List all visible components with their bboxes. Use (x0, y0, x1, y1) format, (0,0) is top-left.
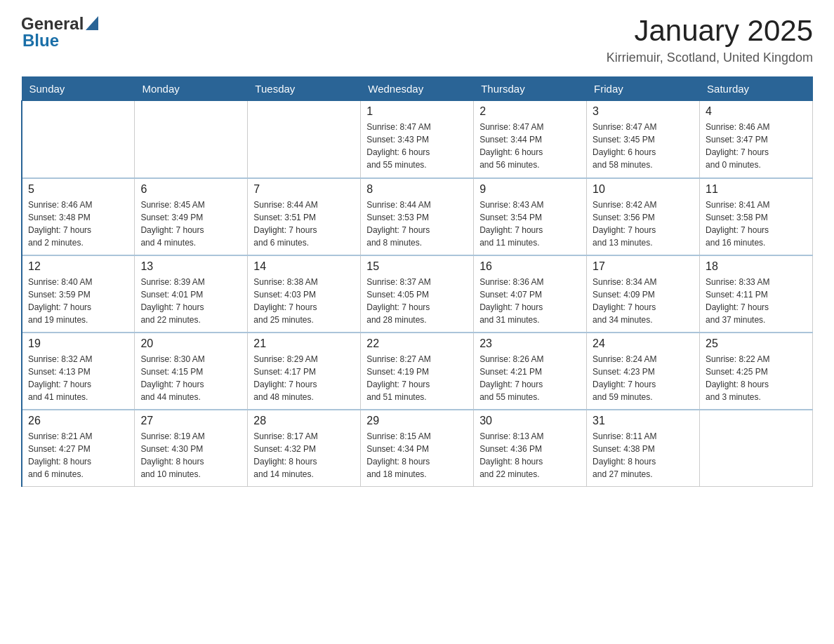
col-header-monday: Monday (135, 77, 248, 101)
day-cell: 22Sunrise: 8:27 AM Sunset: 4:19 PM Dayli… (361, 333, 474, 410)
calendar-table: SundayMondayTuesdayWednesdayThursdayFrid… (21, 76, 813, 487)
week-row-2: 5Sunrise: 8:46 AM Sunset: 3:48 PM Daylig… (22, 178, 813, 255)
day-number: 3 (593, 105, 694, 118)
calendar-title: January 2025 (607, 14, 813, 48)
day-number: 27 (140, 415, 241, 427)
day-number: 1 (366, 105, 468, 118)
day-cell: 14Sunrise: 8:38 AM Sunset: 4:03 PM Dayli… (248, 255, 361, 333)
day-cell: 20Sunrise: 8:30 AM Sunset: 4:15 PM Dayli… (135, 333, 248, 410)
day-cell: 25Sunrise: 8:22 AM Sunset: 4:25 PM Dayli… (700, 333, 813, 410)
day-number: 28 (253, 415, 355, 427)
day-info: Sunrise: 8:27 AM Sunset: 4:19 PM Dayligh… (366, 353, 468, 403)
day-number: 7 (253, 183, 355, 196)
day-number: 18 (706, 260, 807, 273)
day-info: Sunrise: 8:47 AM Sunset: 3:44 PM Dayligh… (479, 121, 581, 171)
day-info: Sunrise: 8:40 AM Sunset: 3:59 PM Dayligh… (28, 276, 128, 326)
day-number: 26 (28, 415, 128, 427)
day-cell: 10Sunrise: 8:42 AM Sunset: 3:56 PM Dayli… (587, 178, 700, 255)
day-info: Sunrise: 8:46 AM Sunset: 3:47 PM Dayligh… (706, 121, 807, 171)
day-info: Sunrise: 8:15 AM Sunset: 4:34 PM Dayligh… (366, 430, 468, 481)
day-cell: 23Sunrise: 8:26 AM Sunset: 4:21 PM Dayli… (474, 333, 587, 410)
day-cell: 4Sunrise: 8:46 AM Sunset: 3:47 PM Daylig… (700, 101, 813, 178)
day-number: 19 (28, 337, 128, 350)
col-header-thursday: Thursday (474, 77, 587, 101)
day-number: 21 (253, 337, 355, 350)
day-number: 9 (479, 183, 581, 196)
day-cell: 2Sunrise: 8:47 AM Sunset: 3:44 PM Daylig… (474, 101, 587, 178)
day-cell: 28Sunrise: 8:17 AM Sunset: 4:32 PM Dayli… (248, 410, 361, 487)
day-cell: 31Sunrise: 8:11 AM Sunset: 4:38 PM Dayli… (587, 410, 700, 487)
day-info: Sunrise: 8:46 AM Sunset: 3:48 PM Dayligh… (28, 199, 128, 249)
day-cell: 8Sunrise: 8:44 AM Sunset: 3:53 PM Daylig… (361, 178, 474, 255)
header-row: SundayMondayTuesdayWednesdayThursdayFrid… (22, 77, 813, 101)
day-number: 31 (593, 415, 694, 427)
day-info: Sunrise: 8:32 AM Sunset: 4:13 PM Dayligh… (28, 353, 128, 403)
day-number: 12 (28, 260, 128, 273)
day-cell: 3Sunrise: 8:47 AM Sunset: 3:45 PM Daylig… (587, 101, 700, 178)
day-info: Sunrise: 8:29 AM Sunset: 4:17 PM Dayligh… (253, 353, 355, 403)
week-row-4: 19Sunrise: 8:32 AM Sunset: 4:13 PM Dayli… (22, 333, 813, 410)
day-info: Sunrise: 8:44 AM Sunset: 3:53 PM Dayligh… (366, 199, 468, 249)
title-area: January 2025 Kirriemuir, Scotland, Unite… (607, 14, 813, 65)
day-cell: 1Sunrise: 8:47 AM Sunset: 3:43 PM Daylig… (361, 101, 474, 178)
week-row-3: 12Sunrise: 8:40 AM Sunset: 3:59 PM Dayli… (22, 255, 813, 333)
day-cell: 5Sunrise: 8:46 AM Sunset: 3:48 PM Daylig… (22, 178, 135, 255)
day-number: 25 (706, 337, 807, 350)
day-number: 8 (366, 183, 468, 196)
day-info: Sunrise: 8:45 AM Sunset: 3:49 PM Dayligh… (140, 199, 241, 249)
day-number: 20 (140, 337, 241, 350)
day-info: Sunrise: 8:17 AM Sunset: 4:32 PM Dayligh… (253, 430, 355, 481)
day-info: Sunrise: 8:11 AM Sunset: 4:38 PM Dayligh… (593, 430, 694, 481)
day-cell: 9Sunrise: 8:43 AM Sunset: 3:54 PM Daylig… (474, 178, 587, 255)
day-cell: 30Sunrise: 8:13 AM Sunset: 4:36 PM Dayli… (474, 410, 587, 487)
day-cell: 6Sunrise: 8:45 AM Sunset: 3:49 PM Daylig… (135, 178, 248, 255)
day-number: 30 (479, 415, 581, 427)
day-info: Sunrise: 8:42 AM Sunset: 3:56 PM Dayligh… (593, 199, 694, 249)
day-info: Sunrise: 8:21 AM Sunset: 4:27 PM Dayligh… (28, 430, 128, 481)
logo-blue-text: Blue (22, 31, 59, 51)
day-number: 13 (140, 260, 241, 273)
day-info: Sunrise: 8:37 AM Sunset: 4:05 PM Dayligh… (366, 276, 468, 326)
day-number: 10 (593, 183, 694, 196)
header: General Blue January 2025 Kirriemuir, Sc… (21, 14, 813, 65)
day-number: 22 (366, 337, 468, 350)
day-info: Sunrise: 8:13 AM Sunset: 4:36 PM Dayligh… (479, 430, 581, 481)
day-cell: 27Sunrise: 8:19 AM Sunset: 4:30 PM Dayli… (135, 410, 248, 487)
day-number: 15 (366, 260, 468, 273)
col-header-sunday: Sunday (22, 77, 135, 101)
col-header-tuesday: Tuesday (248, 77, 361, 101)
day-info: Sunrise: 8:43 AM Sunset: 3:54 PM Dayligh… (479, 199, 581, 249)
day-cell: 26Sunrise: 8:21 AM Sunset: 4:27 PM Dayli… (22, 410, 135, 487)
day-number: 24 (593, 337, 694, 350)
day-info: Sunrise: 8:47 AM Sunset: 3:45 PM Dayligh… (593, 121, 694, 171)
day-cell (135, 101, 248, 178)
day-info: Sunrise: 8:47 AM Sunset: 3:43 PM Dayligh… (366, 121, 468, 171)
svg-marker-0 (86, 16, 98, 30)
day-number: 2 (479, 105, 581, 118)
day-cell: 7Sunrise: 8:44 AM Sunset: 3:51 PM Daylig… (248, 178, 361, 255)
col-header-saturday: Saturday (700, 77, 813, 101)
day-info: Sunrise: 8:39 AM Sunset: 4:01 PM Dayligh… (140, 276, 241, 326)
day-cell: 15Sunrise: 8:37 AM Sunset: 4:05 PM Dayli… (361, 255, 474, 333)
day-number: 23 (479, 337, 581, 350)
week-row-1: 1Sunrise: 8:47 AM Sunset: 3:43 PM Daylig… (22, 101, 813, 178)
day-info: Sunrise: 8:36 AM Sunset: 4:07 PM Dayligh… (479, 276, 581, 326)
day-cell: 19Sunrise: 8:32 AM Sunset: 4:13 PM Dayli… (22, 333, 135, 410)
day-cell: 21Sunrise: 8:29 AM Sunset: 4:17 PM Dayli… (248, 333, 361, 410)
logo: General Blue (21, 14, 98, 51)
day-cell: 12Sunrise: 8:40 AM Sunset: 3:59 PM Dayli… (22, 255, 135, 333)
col-header-friday: Friday (587, 77, 700, 101)
day-info: Sunrise: 8:38 AM Sunset: 4:03 PM Dayligh… (253, 276, 355, 326)
calendar-subtitle: Kirriemuir, Scotland, United Kingdom (607, 51, 813, 65)
day-cell: 17Sunrise: 8:34 AM Sunset: 4:09 PM Dayli… (587, 255, 700, 333)
day-number: 17 (593, 260, 694, 273)
col-header-wednesday: Wednesday (361, 77, 474, 101)
day-cell: 16Sunrise: 8:36 AM Sunset: 4:07 PM Dayli… (474, 255, 587, 333)
day-number: 4 (706, 105, 807, 118)
week-row-5: 26Sunrise: 8:21 AM Sunset: 4:27 PM Dayli… (22, 410, 813, 487)
day-info: Sunrise: 8:30 AM Sunset: 4:15 PM Dayligh… (140, 353, 241, 403)
day-info: Sunrise: 8:26 AM Sunset: 4:21 PM Dayligh… (479, 353, 581, 403)
day-info: Sunrise: 8:19 AM Sunset: 4:30 PM Dayligh… (140, 430, 241, 481)
day-cell (248, 101, 361, 178)
day-info: Sunrise: 8:33 AM Sunset: 4:11 PM Dayligh… (706, 276, 807, 326)
